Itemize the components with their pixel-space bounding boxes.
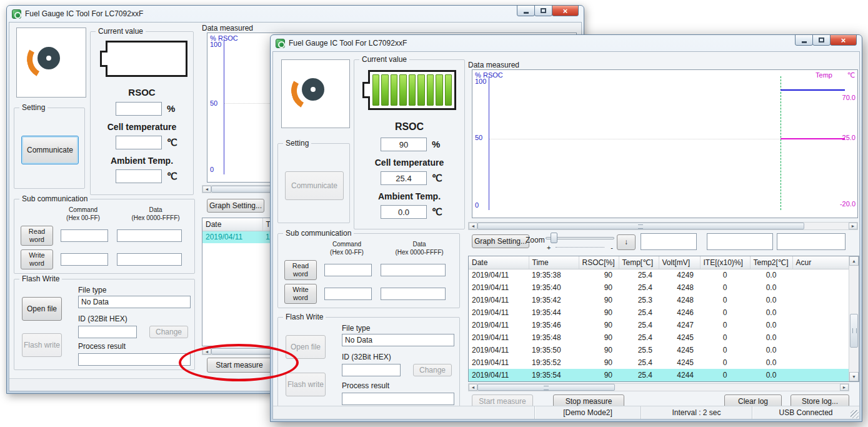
scroll-up-icon[interactable]: ▲ — [849, 256, 859, 266]
table-row[interactable]: 2019/04/1119:35:429025.3424800.0 — [469, 294, 849, 306]
table-cell: 0.0 — [750, 281, 792, 294]
group-label: Flash Write — [283, 313, 326, 321]
minimize-button[interactable] — [795, 34, 813, 46]
table-row[interactable]: 2019/04/1119:35:389025.4424900.0 — [469, 269, 849, 281]
group-label: Setting — [19, 103, 47, 112]
scroll-right-icon[interactable]: ► — [840, 384, 849, 391]
graph-setting-button[interactable]: Graph Setting... — [207, 199, 264, 213]
table-cell: 2019/04/11 — [469, 319, 529, 331]
column-header[interactable]: Acur — [792, 256, 849, 269]
scroll-track[interactable] — [849, 266, 859, 372]
write-word-button[interactable]: Write word — [284, 284, 317, 304]
read-command-input[interactable] — [61, 229, 108, 242]
resize-grip[interactable] — [851, 410, 859, 418]
scroll-left-icon[interactable]: ◄ — [469, 223, 477, 229]
battery-body — [368, 70, 456, 110]
column-header[interactable]: Temp[℃] — [619, 256, 659, 269]
table-cell: 2019/04/11 — [469, 356, 529, 369]
close-button[interactable]: × — [552, 5, 579, 16]
write-command-input[interactable] — [324, 288, 372, 300]
open-file-button[interactable]: Open file — [286, 335, 326, 359]
column-header[interactable]: Time — [529, 256, 579, 269]
read-data-input[interactable] — [381, 264, 446, 276]
table-cell: 0 — [700, 294, 750, 306]
table-row[interactable]: 2019/04/1119:35:529025.4424500.0 — [469, 356, 849, 369]
column-header[interactable]: Temp2[℃] — [750, 256, 792, 269]
column-header[interactable]: Date — [469, 256, 529, 269]
scroll-track[interactable] — [477, 384, 840, 391]
table-cell: 19:35:48 — [529, 331, 579, 344]
id-input[interactable] — [78, 326, 137, 338]
table-cell — [792, 319, 849, 331]
column-header[interactable]: Date — [202, 218, 262, 231]
change-button[interactable]: Change — [413, 364, 452, 376]
minimize-button[interactable] — [517, 5, 535, 16]
table-row[interactable]: 2019/04/1119:35:549025.4424400.0 — [469, 369, 849, 381]
scroll-left-icon[interactable]: ◄ — [202, 186, 211, 193]
column-header[interactable]: Volt[mV] — [659, 256, 700, 269]
write-data-input[interactable] — [381, 288, 446, 300]
column-header[interactable]: RSOC[%] — [579, 256, 619, 269]
y-axis-0: 0 — [210, 166, 214, 173]
table-cell: 4249 — [659, 269, 700, 281]
process-result-value — [342, 393, 454, 405]
table-row[interactable]: 2019/04/1119:35:509025.5424500.0 — [469, 344, 849, 356]
scroll-right-icon[interactable]: ► — [849, 223, 857, 229]
status-interval: Interval : 2 sec — [641, 406, 752, 419]
graph-h-scrollbar[interactable]: ◄ ► — [468, 222, 858, 230]
graph-setting-button[interactable]: Graph Setting... — [472, 234, 529, 248]
table-row[interactable]: 2019/04/1119:35:489025.4424500.0 — [469, 331, 849, 344]
table-cell: 25.4 — [619, 369, 659, 381]
celsius-unit: ℃ — [432, 206, 442, 218]
table-cell: 90 — [579, 344, 619, 356]
table-h-scrollbar[interactable]: ◄ ► — [468, 383, 849, 391]
table-v-scrollbar[interactable]: ▲ ▼ — [849, 256, 859, 381]
table-row[interactable]: 2019/04/1119:35:469025.4424700.0 — [469, 319, 849, 331]
rsoc-value-box — [116, 102, 162, 116]
cell-temp-label: Cell temperature — [354, 158, 464, 168]
open-file-button[interactable]: Open file — [22, 297, 62, 321]
communicate-button[interactable]: Communicate — [21, 136, 79, 164]
id-input[interactable] — [342, 364, 401, 376]
read-word-button[interactable]: Read word — [284, 260, 317, 280]
write-command-input[interactable] — [61, 253, 108, 266]
titlebar[interactable]: Fuel Gauge IC Tool For LC7092xxF — [7, 6, 584, 22]
scroll-left-icon[interactable]: ◄ — [202, 348, 211, 354]
zoom-slider[interactable]: + - — [546, 232, 614, 251]
table-cell: 4245 — [659, 344, 700, 356]
table-cell: 90 — [579, 269, 619, 281]
zoom-slider-thumb[interactable] — [551, 233, 557, 243]
scroll-thumb[interactable] — [477, 384, 615, 391]
write-data-input[interactable] — [117, 253, 182, 266]
table-row[interactable]: 2019/04/1119:35:449025.4424600.0 — [469, 306, 849, 319]
flash-write-button[interactable]: Flash write — [286, 373, 326, 396]
column-header[interactable]: ITE[(x10)%] — [700, 256, 750, 269]
scroll-down-icon[interactable]: ▼ — [849, 372, 859, 381]
close-button[interactable]: × — [830, 34, 857, 46]
maximize-button[interactable] — [534, 5, 552, 16]
scroll-track[interactable] — [477, 223, 849, 229]
change-button[interactable]: Change — [149, 326, 188, 338]
table-row[interactable]: 2019/04/1119:35:409025.4424800.0 — [469, 281, 849, 294]
sub-communication-group: Sub communication Command (Hex 00-FF) Da… — [14, 199, 195, 274]
titlebar[interactable]: Fuel Gauge IC Tool For LC7092xxF — [271, 35, 862, 51]
write-word-button[interactable]: Write word — [21, 249, 53, 269]
table-cell: 19:35:52 — [529, 356, 579, 369]
minimize-icon — [524, 12, 529, 14]
maximize-button[interactable] — [812, 34, 831, 46]
scroll-thumb[interactable] — [850, 314, 858, 348]
start-measure-button[interactable]: Start measure — [207, 358, 272, 373]
ambient-value-box: 0.0 — [381, 205, 427, 219]
down-arrow-button[interactable]: ↓ — [617, 234, 636, 250]
flash-write-button[interactable]: Flash write — [22, 333, 62, 357]
scroll-left-icon[interactable]: ◄ — [469, 384, 477, 391]
scroll-thumb[interactable] — [477, 223, 804, 229]
table-cell: 25.4 — [619, 331, 659, 344]
read-data-input[interactable] — [117, 229, 182, 242]
communicate-button[interactable]: Communicate — [285, 171, 344, 200]
data-header: Data (Hex 0000-FFFF) — [119, 206, 192, 222]
percent-unit: % — [167, 103, 175, 114]
read-command-input[interactable] — [324, 264, 372, 276]
read-word-button[interactable]: Read word — [21, 226, 53, 246]
readout-box-3 — [777, 233, 846, 250]
